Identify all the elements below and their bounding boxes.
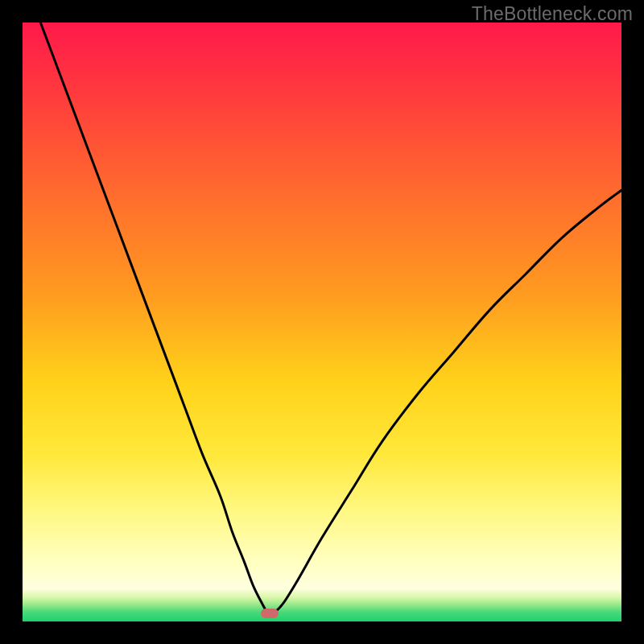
bottleneck-chart	[23, 23, 621, 621]
watermark-text: TheBottleneck.com	[472, 3, 633, 25]
gradient-background	[23, 23, 621, 621]
optimal-marker	[261, 609, 279, 618]
plot-frame	[23, 23, 621, 621]
